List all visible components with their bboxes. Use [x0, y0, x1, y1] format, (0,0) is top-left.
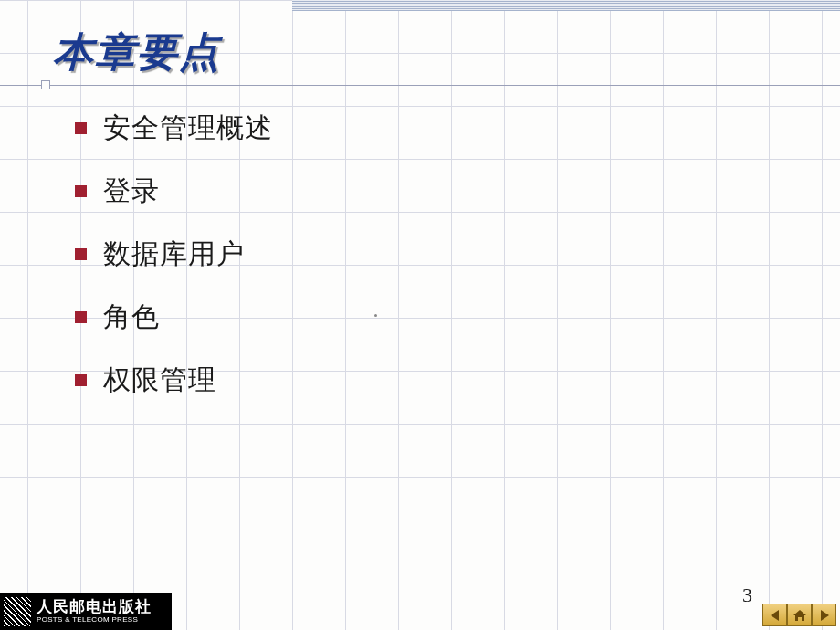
- svg-marker-2: [821, 610, 829, 621]
- bullet-text: 角色: [103, 299, 160, 336]
- next-button[interactable]: [812, 604, 836, 626]
- nav-button-group: [762, 604, 836, 626]
- list-item: 登录: [75, 173, 273, 210]
- list-item: 数据库用户: [75, 236, 273, 273]
- bullet-text: 数据库用户: [103, 236, 245, 273]
- prev-button[interactable]: [762, 604, 787, 626]
- bullet-icon: [75, 248, 87, 260]
- home-button[interactable]: [787, 604, 812, 626]
- bullet-text: 安全管理概述: [103, 110, 273, 147]
- title-underline: [0, 85, 840, 86]
- dot-artifact: [374, 314, 377, 317]
- title-marker-square: [41, 80, 50, 89]
- triangle-left-icon: [769, 609, 782, 622]
- list-item: 安全管理概述: [75, 110, 273, 147]
- list-item: 权限管理: [75, 362, 273, 399]
- publisher-hatch-icon: [4, 597, 31, 626]
- bullet-list: 安全管理概述 登录 数据库用户 角色 权限管理: [75, 110, 273, 425]
- publisher-text-block: 人民邮电出版社 POSTS & TELECOM PRESS: [37, 599, 152, 624]
- bullet-text: 权限管理: [103, 362, 216, 399]
- home-icon: [793, 609, 807, 622]
- list-item: 角色: [75, 299, 273, 336]
- slide-title: 本章要点: [53, 26, 221, 79]
- publisher-name-en: POSTS & TELECOM PRESS: [37, 616, 152, 625]
- triangle-right-icon: [818, 609, 831, 622]
- bullet-icon: [75, 122, 87, 134]
- top-decorative-bar: [292, 0, 840, 11]
- bullet-icon: [75, 185, 87, 197]
- bullet-icon: [75, 374, 87, 386]
- page-number: 3: [742, 583, 752, 607]
- publisher-logo: 人民邮电出版社 POSTS & TELECOM PRESS: [0, 593, 172, 630]
- publisher-name-cn: 人民邮电出版社: [37, 599, 152, 616]
- svg-marker-1: [793, 610, 806, 621]
- svg-marker-0: [771, 610, 779, 621]
- bullet-text: 登录: [103, 173, 160, 210]
- bullet-icon: [75, 311, 87, 323]
